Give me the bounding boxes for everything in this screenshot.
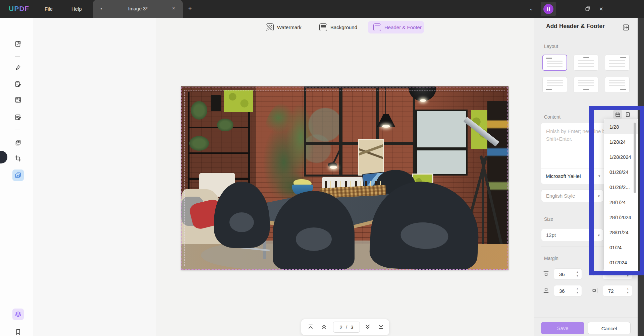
margin-top-input[interactable]: 36 ▲▼ [554,268,582,280]
maximize-button[interactable] [584,5,591,23]
layers-tool-button[interactable] [12,309,24,320]
layout-lines [547,61,562,68]
page-image [181,86,508,270]
watermark-icon [266,23,274,31]
margin-left-icon [591,270,599,279]
header-footer-button[interactable]: Header & Footer [368,21,424,33]
insert-page-number-button[interactable] [624,110,632,119]
date-format-option[interactable]: 1/28/24 [604,134,638,149]
menu-file[interactable]: File [45,0,53,18]
date-format-option[interactable]: 28/1/2024 [604,210,638,225]
account-button[interactable]: H [541,2,556,16]
reader-tool-button[interactable] [12,38,24,50]
close-button[interactable]: ✕ [599,0,603,18]
copy-pages-tool-button[interactable] [12,137,24,148]
margin-right-input[interactable]: 72 ▲▼ [603,285,632,296]
copy-pages-icon [14,139,22,146]
margin-right-value: 72 [608,288,614,294]
date-style-value: English Style [546,193,575,199]
layout-lines [547,80,563,87]
last-page-icon [378,324,384,330]
edit-pdf-icon [14,114,22,121]
first-page-button[interactable] [307,324,315,331]
layout-option-header-center[interactable] [574,55,598,71]
margin-top-stepper[interactable]: ▲▼ [576,270,579,278]
save-button[interactable]: Save [541,322,584,334]
page-indicator[interactable]: 2 / 3 [333,322,360,333]
date-format-option[interactable]: 01/24 [604,240,638,255]
date-format-option[interactable]: 28/1/24 [604,195,638,210]
date-format-option[interactable]: 01/2024 [604,255,638,270]
page-tools-icon [14,172,22,179]
photo-room-scene [181,86,508,270]
layout-option-footer-left[interactable] [542,77,567,93]
highlighter-tool-button[interactable] [12,62,24,73]
tab-close-icon[interactable]: ✕ [172,6,175,11]
layers-icon [14,311,22,318]
background-button[interactable]: Background [319,21,357,33]
date-format-option[interactable]: 01/28/2... [604,180,638,195]
new-tab-button[interactable]: + [188,5,192,12]
page-number-icon [625,112,631,118]
bookmark-tool-button[interactable] [12,326,24,336]
next-page-button[interactable] [364,324,372,331]
sidebar-divider [15,130,20,130]
dropdown-scrollbar[interactable] [634,123,636,193]
insert-date-button[interactable] [613,110,622,119]
minimize-button[interactable]: — [570,0,575,18]
date-format-option[interactable]: 28/01/24 [604,225,638,240]
crop-icon [14,155,22,162]
font-size-select[interactable]: 12pt ▾ [541,229,603,241]
margin-bottom-stepper[interactable]: ▲▼ [576,287,579,295]
organize-pages-tool-button[interactable] [12,94,24,106]
margin-bottom-input[interactable]: 36 ▲▼ [554,285,582,296]
sidebar-divider [15,56,20,57]
margin-top-value: 36 [559,271,565,277]
font-family-caret-icon[interactable]: ▾ [598,174,600,178]
layout-option-footer-center[interactable] [574,77,598,93]
margin-bottom-value: 36 [559,288,565,294]
menu-help[interactable]: Help [71,0,82,18]
first-page-icon [307,324,314,330]
reader-icon [14,40,22,48]
date-format-option[interactable]: 01/28/24 [604,164,638,180]
calendar-icon [615,112,621,118]
date-format-option[interactable]: 1/28 [604,119,638,134]
page-separator: / [346,324,347,330]
comment-edit-icon [14,80,22,88]
crop-tool-button[interactable] [12,153,24,164]
last-page-button[interactable] [378,324,385,331]
watermark-button[interactable]: Watermark [266,21,302,33]
margin-right-icon [591,287,599,295]
layout-section-label: Layout [544,44,558,49]
margin-section-label: Margin [544,256,558,261]
layout-option-header-left[interactable] [542,55,567,71]
tab-title: Image 3* [93,0,183,18]
font-family-value[interactable]: Microsoft YaHei [546,173,581,179]
session-chevron-icon[interactable]: ⌄ [529,0,533,18]
collapse-panel-button[interactable] [622,23,630,33]
date-style-select[interactable]: English Style ▾ [541,190,603,202]
page-tools-tool-button[interactable] [12,170,24,181]
edit-pdf-tool-button[interactable] [12,112,24,123]
background-icon [319,23,327,31]
margin-right-stepper[interactable]: ▲▼ [627,287,629,295]
content-section-label: Content [544,114,560,120]
document-tab[interactable]: ▾ Image 3* ✕ [93,0,183,18]
layout-mark [620,89,626,90]
tool-sidebar [0,18,34,336]
document-page[interactable] [181,86,508,270]
cancel-button[interactable]: Cancel [588,322,631,334]
previous-page-button[interactable] [321,324,328,331]
collapse-panel-icon [622,23,630,31]
next-page-icon [364,324,371,330]
restore-icon [584,5,591,12]
titlebar: UPDF File Help ▾ Image 3* ✕ + ⌄ H — ✕ [0,0,644,18]
comment-tool-button[interactable] [12,78,24,90]
layout-option-footer-right[interactable] [605,77,630,93]
font-size-caret-icon: ▾ [598,233,600,238]
layout-option-header-right[interactable] [605,55,630,71]
previous-page-icon [321,324,327,330]
organize-pages-icon [14,96,22,104]
date-format-option[interactable]: 1/28/2024 [604,149,638,164]
